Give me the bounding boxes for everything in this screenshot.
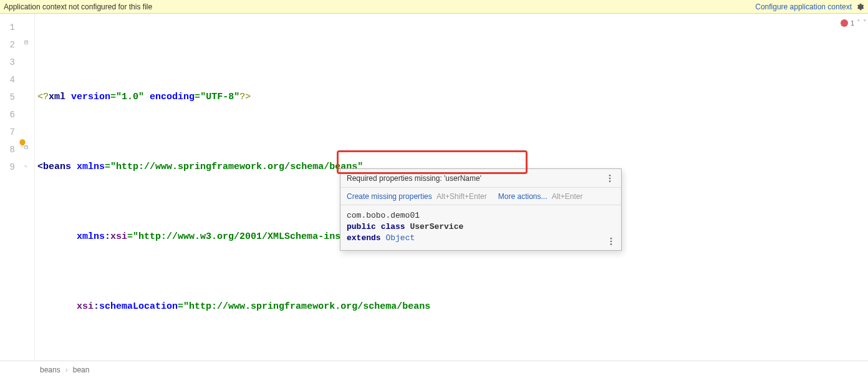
line-number: 2: [0, 36, 20, 54]
breadcrumb-item[interactable]: bean: [73, 366, 90, 374]
more-vert-icon[interactable]: [606, 236, 616, 246]
breadcrumb: beans › bean: [0, 361, 868, 378]
gear-icon[interactable]: [856, 2, 864, 11]
chevron-down-icon[interactable]: ˅: [863, 19, 867, 27]
doc-superclass-link[interactable]: Object: [385, 233, 415, 243]
svg-point-0: [609, 175, 611, 177]
shortcut-hint: Alt+Shift+Enter: [436, 192, 487, 201]
fold-toggle-icon[interactable]: ⊟: [22, 39, 30, 46]
line-number: 9: [0, 158, 20, 176]
more-vert-icon[interactable]: [605, 173, 615, 183]
fold-strip: ⊟ ⊟ ⌞: [20, 14, 35, 361]
doc-body: com.bobo.demo01 public class UserService…: [340, 205, 621, 250]
line-number: 1: [0, 19, 20, 36]
inspection-tooltip: Required properties missing: 'userName' …: [340, 168, 622, 251]
error-indicator-icon[interactable]: [841, 19, 848, 27]
doc-classname: UserService: [410, 222, 463, 231]
svg-point-2: [609, 180, 611, 182]
keyword: class: [381, 222, 405, 231]
line-number: 6: [0, 106, 20, 124]
breadcrumb-item[interactable]: beans: [40, 366, 60, 374]
notification-message: Application context not configured for t…: [4, 2, 152, 11]
chevron-right-icon: ›: [65, 366, 68, 374]
context-notification-bar: Application context not configured for t…: [0, 0, 868, 14]
code-line: <?xml version="1.0" encoding="UTF-8"?>: [35, 89, 852, 106]
line-number: 5: [0, 89, 20, 106]
keyword: public: [347, 222, 376, 231]
line-number: 3: [0, 54, 20, 71]
error-count: 1: [851, 19, 854, 27]
create-missing-properties-link[interactable]: Create missing properties: [347, 192, 432, 201]
shortcut-hint: Alt+Enter: [552, 192, 583, 201]
error-marker-strip[interactable]: 1 ˄ ˅: [852, 14, 868, 361]
fold-end-icon: ⌞: [22, 161, 30, 168]
configure-context-link[interactable]: Configure application context: [755, 2, 852, 11]
keyword: extends: [347, 233, 381, 243]
doc-package: com.bobo.demo01: [347, 210, 615, 221]
svg-point-4: [610, 241, 612, 243]
code-line: xsi:schemaLocation="http://www.springfra…: [35, 298, 852, 316]
line-number-gutter: 1 2 3 4 5 6 7 8 9: [0, 14, 20, 361]
svg-point-3: [610, 238, 612, 240]
more-actions-link[interactable]: More actions...: [498, 192, 547, 201]
svg-point-1: [609, 177, 611, 179]
chevron-up-icon[interactable]: ˄: [857, 19, 861, 27]
inspection-title: Required properties missing: 'userName': [347, 174, 481, 183]
line-number: 4: [0, 71, 20, 89]
intention-bulb-icon[interactable]: [17, 138, 27, 148]
svg-point-5: [610, 243, 612, 245]
